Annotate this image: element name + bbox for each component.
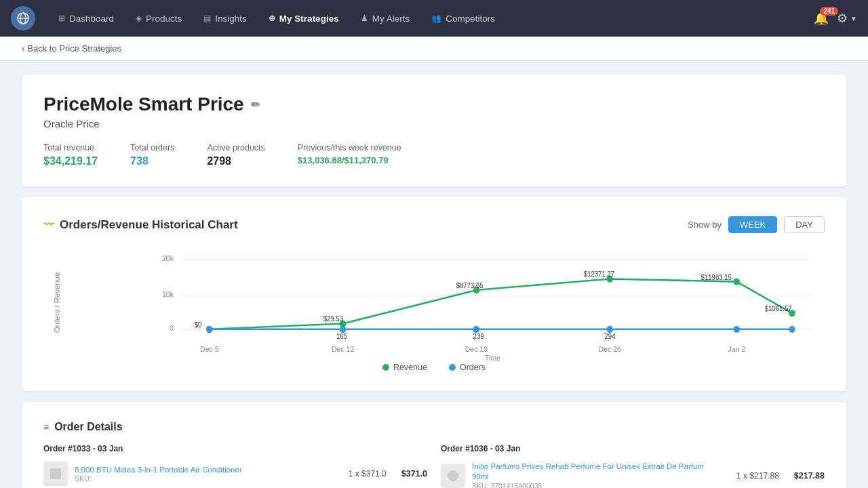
order-info-1036: Initio Parfums Prives Rehab Perfume For … — [472, 462, 722, 488]
stats-row: Total revenue $34,219.17 Total orders 73… — [43, 143, 825, 167]
app-logo — [11, 6, 35, 30]
svg-text:Dec 12: Dec 12 — [332, 344, 354, 352]
week-button[interactable]: WEEK — [728, 216, 777, 233]
day-button[interactable]: DAY — [784, 216, 825, 233]
orders-right: Order #1036 - 03 Jan Initio Parfums Priv… — [441, 444, 825, 488]
alerts-icon: ♟ — [361, 14, 368, 23]
order-qty-1036: 1 x $217.88 — [728, 471, 787, 481]
svg-rect-37 — [50, 468, 61, 479]
svg-text:239: 239 — [473, 333, 484, 340]
chart-legend: Revenue Orders — [43, 363, 825, 372]
stat-label-week: Previous/this week revenue — [298, 143, 401, 152]
chart-svg: 20k 10k 0 Orders / Revenue $0 — [43, 247, 825, 355]
svg-text:$0: $0 — [195, 321, 202, 328]
stat-week-revenue: Previous/this week revenue $13,036.68/$1… — [298, 143, 401, 165]
order-row-1033: 8,000 BTU Midea 3-in-1 Portable Air Cond… — [43, 459, 427, 488]
page-title: PriceMole Smart Price ✏ — [43, 94, 825, 115]
grid-icon: ≡ — [43, 422, 49, 432]
stat-value-revenue: $34,219.17 — [43, 155, 98, 167]
back-button[interactable]: ‹ Back to Price Strategies — [22, 43, 121, 54]
order-thumb-1036 — [441, 464, 465, 488]
svg-point-26 — [734, 326, 741, 333]
svg-text:Jan 2: Jan 2 — [728, 344, 745, 352]
chart-icon: 〰 — [43, 219, 54, 231]
order-1033: Order #1033 - 03 Jan 8,000 BTU Midea 3-i… — [43, 444, 427, 488]
svg-point-22 — [206, 326, 213, 333]
revenue-dot — [382, 364, 389, 371]
settings-button[interactable]: ⚙ ▼ — [837, 11, 857, 26]
svg-text:$11983.15: $11983.15 — [701, 273, 732, 281]
svg-point-39 — [448, 470, 458, 481]
order-thumb-1033 — [43, 462, 68, 486]
nav-my-alerts[interactable]: ♟ My Alerts — [351, 8, 420, 29]
stat-label-products: Active products — [207, 143, 264, 152]
svg-text:Orders / Revenue: Orders / Revenue — [53, 272, 61, 333]
insights-icon: ▤ — [203, 14, 211, 23]
nav-products[interactable]: ◈ Products — [126, 8, 191, 29]
svg-text:$12371.27: $12371.27 — [584, 270, 615, 278]
show-by-label: Show by — [688, 220, 722, 230]
stat-prev-week: $13,036.68/$11,370.79 — [298, 155, 401, 165]
stat-value-products: 2798 — [207, 155, 264, 167]
svg-text:$29.53: $29.53 — [323, 315, 344, 323]
stat-active-products: Active products 2798 — [207, 143, 264, 167]
order-name-1036: Initio Parfums Prives Rehab Perfume For … — [472, 462, 722, 482]
svg-point-25 — [606, 326, 613, 333]
stat-label-orders: Total orders — [130, 143, 174, 152]
legend-orders: Orders — [449, 363, 486, 372]
main-content: PriceMole Smart Price ✏ Oracle Price Tot… — [0, 61, 868, 488]
orders-grid: Order #1033 - 03 Jan 8,000 BTU Midea 3-i… — [43, 444, 825, 488]
order-sku-1033: SKU: — [75, 474, 334, 483]
chevron-left-icon: ‹ — [22, 43, 24, 54]
show-by-controls: Show by WEEK DAY — [688, 216, 825, 233]
nav-insights[interactable]: ▤ Insights — [194, 8, 256, 29]
edit-icon[interactable]: ✏ — [251, 98, 260, 111]
chart-title: 〰 Orders/Revenue Historical Chart — [43, 218, 238, 232]
svg-text:Dec 26: Dec 26 — [598, 344, 620, 352]
navbar-right: 🔔 241 ⚙ ▼ — [814, 11, 857, 26]
nav-competitors[interactable]: 👥 Competitors — [422, 8, 505, 29]
stat-total-revenue: Total revenue $34,219.17 — [43, 143, 98, 167]
order-qty-1033: 1 x $371.0 — [340, 469, 395, 479]
legend-revenue: Revenue — [382, 363, 427, 372]
order-header-1033: Order #1033 - 03 Jan — [43, 444, 427, 453]
stat-label-revenue: Total revenue — [43, 143, 98, 152]
competitors-icon: 👥 — [431, 14, 441, 23]
chart-card: 〰 Orders/Revenue Historical Chart Show b… — [22, 197, 846, 391]
svg-text:0: 0 — [170, 324, 174, 332]
stats-card: PriceMole Smart Price ✏ Oracle Price Tot… — [22, 75, 846, 186]
navbar: ⊞ Dashboard ◈ Products ▤ Insights ⊕ My S… — [0, 0, 868, 37]
svg-point-27 — [789, 326, 795, 333]
chart-container: 20k 10k 0 Orders / Revenue $0 — [43, 247, 825, 357]
order-price-1033: $371.0 — [401, 469, 427, 479]
stat-total-orders: Total orders 738 — [130, 143, 174, 167]
svg-point-14 — [734, 278, 741, 285]
svg-text:165: 165 — [336, 333, 347, 340]
order-row-1036: Initio Parfums Prives Rehab Perfume For … — [441, 459, 825, 488]
nav-my-strategies[interactable]: ⊕ My Strategies — [259, 8, 349, 29]
page-subtitle: Oracle Price — [43, 118, 825, 129]
dashboard-icon: ⊞ — [58, 14, 65, 23]
strategies-icon: ⊕ — [269, 14, 275, 23]
svg-text:$8773.65: $8773.65 — [456, 282, 484, 289]
order-name-1033: 8,000 BTU Midea 3-in-1 Portable Air Cond… — [75, 465, 334, 475]
svg-text:Dec 5: Dec 5 — [200, 344, 219, 352]
orders-dot — [449, 364, 456, 371]
order-price-1036: $217.88 — [794, 471, 825, 481]
svg-point-24 — [473, 326, 480, 333]
nav-dashboard[interactable]: ⊞ Dashboard — [49, 8, 123, 29]
stat-value-orders: 738 — [130, 155, 174, 167]
svg-text:20k: 20k — [162, 253, 174, 262]
svg-text:$1061.57: $1061.57 — [765, 305, 792, 312]
notification-button[interactable]: 🔔 241 — [814, 11, 829, 26]
svg-text:Dec 19: Dec 19 — [465, 344, 488, 352]
breadcrumb-bar: ‹ Back to Price Strategies — [0, 37, 868, 61]
notification-badge: 241 — [820, 7, 838, 16]
svg-text:Time: Time — [485, 354, 500, 362]
svg-text:294: 294 — [605, 333, 616, 340]
chart-header: 〰 Orders/Revenue Historical Chart Show b… — [43, 216, 825, 233]
products-icon: ◈ — [136, 14, 142, 23]
section-title: ≡ Order Details — [43, 421, 825, 433]
order-details-card: ≡ Order Details Order #1033 - 03 Jan — [22, 402, 846, 488]
svg-point-23 — [340, 326, 347, 333]
